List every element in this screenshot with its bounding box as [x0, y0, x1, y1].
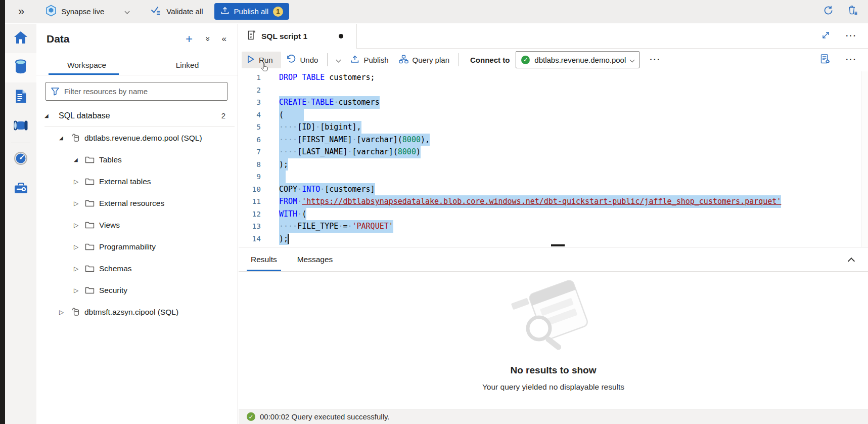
editor-more-actions-button[interactable]: ···: [846, 55, 857, 64]
tab-title: SQL script 1: [261, 32, 307, 41]
sidebar-item-develop[interactable]: [5, 82, 36, 112]
validate-check-icon: [150, 5, 162, 18]
line-number: 13: [239, 220, 271, 233]
tree-item-external-tables[interactable]: ▷External tables: [36, 171, 238, 192]
top-bar: » Synapse live Validate all Publish all …: [5, 0, 868, 23]
publish-button[interactable]: Publish: [345, 52, 393, 68]
collapsed-arrow-icon[interactable]: ▷: [74, 243, 85, 250]
play-icon: [247, 55, 255, 65]
expand-breadcrumb-icon[interactable]: »: [18, 5, 24, 18]
discard-trash-icon[interactable]: [847, 5, 858, 18]
line-number: 7: [239, 146, 271, 158]
add-resource-button[interactable]: +: [186, 34, 193, 44]
line-number: 12: [239, 208, 271, 221]
editor-toolbar: Run Undo Publish Query plan: [239, 49, 868, 71]
code-line: 2: [239, 84, 868, 97]
status-message: 00:00:02 Query executed successfully.: [260, 412, 390, 421]
tree-item-external-resources[interactable]: ▷External resources: [36, 192, 238, 214]
mouse-hand-cursor: [261, 63, 269, 74]
mode-label: Synapse live: [61, 7, 104, 16]
undo-icon: [286, 54, 296, 65]
pool-selector-dropdown[interactable]: ✓ dbtlabs.revenue.demo.pool: [516, 51, 639, 68]
publish-icon: [350, 55, 359, 65]
collapse-results-chevron-up-icon[interactable]: [849, 257, 854, 266]
text-cursor: [288, 234, 289, 244]
expanded-arrow-icon[interactable]: ◢: [74, 157, 85, 162]
collapsed-arrow-icon[interactable]: ▷: [59, 309, 70, 316]
code-line: 11FROM·'https://dbtlabsynapsedatalake.bl…: [239, 195, 868, 208]
line-number: 6: [239, 134, 271, 146]
tab-linked[interactable]: Linked: [137, 53, 238, 75]
folder-icon: [85, 199, 96, 207]
synapse-studio-window: » Synapse live Validate all Publish all …: [0, 0, 868, 424]
develop-document-icon: [15, 89, 27, 106]
tree-item-label: SQL database: [59, 111, 110, 120]
collapsed-arrow-icon[interactable]: ▷: [74, 265, 85, 272]
tree-item-schemas[interactable]: ▷Schemas: [36, 258, 238, 279]
sidebar-item-home[interactable]: [5, 24, 36, 53]
undo-label: Undo: [300, 56, 318, 64]
tree-item-programmability[interactable]: ▷Programmability: [36, 236, 238, 258]
home-icon: [13, 30, 28, 47]
data-panel: Data + « « Workspace Linked ◢SQL databas…: [36, 24, 238, 424]
tree-item-label: External resources: [99, 199, 164, 208]
line-number: 3: [239, 96, 271, 109]
line-number: 4: [239, 109, 271, 121]
collapsed-arrow-icon[interactable]: ▷: [74, 178, 85, 185]
folder-icon: [85, 221, 96, 229]
tree-item-label: Programmability: [99, 242, 156, 251]
sql-code-editor[interactable]: 1DROP TABLE customers;23CREATE·TABLE·cus…: [239, 71, 868, 247]
status-success-check-icon: ✓: [247, 412, 255, 421]
tab-results[interactable]: Results: [247, 247, 281, 271]
tab-messages[interactable]: Messages: [293, 247, 337, 271]
code-line: 7····[LAST_NAME]·[varchar](8000): [239, 146, 868, 158]
tree-item-dbtlabs-revenue-demo-pool-sql[interactable]: ◢dbtlabs.revenue.demo.pool (SQL): [36, 127, 238, 149]
query-status-bar: ✓ 00:00:02 Query executed successfully.: [239, 409, 868, 424]
tab-sql-script-1[interactable]: SQL script 1: [239, 24, 357, 49]
expand-editor-icon[interactable]: [821, 30, 831, 42]
results-panel: Results Messages: [239, 247, 868, 409]
pool-name: dbtlabs.revenue.demo.pool: [534, 56, 626, 64]
sidebar-item-data[interactable]: [5, 53, 36, 82]
tree-item-label: Tables: [99, 155, 122, 164]
query-plan-button[interactable]: Query plan: [394, 52, 454, 68]
refresh-icon[interactable]: [823, 5, 834, 18]
tree-item-label: Views: [99, 221, 120, 230]
sidebar-item-monitor[interactable]: [5, 145, 36, 174]
tree-item-sql-database[interactable]: ◢SQL database2: [36, 105, 238, 126]
expanded-arrow-icon[interactable]: ◢: [44, 113, 56, 118]
activity-sidebar: [5, 24, 36, 424]
view-settings-icon[interactable]: [820, 54, 831, 66]
mode-selector[interactable]: Synapse live: [45, 5, 104, 19]
sidebar-item-integrate[interactable]: [5, 112, 36, 141]
collapsed-arrow-icon[interactable]: ▷: [74, 200, 85, 207]
tab-workspace[interactable]: Workspace: [36, 53, 137, 75]
editor-scrollbar[interactable]: [861, 71, 868, 247]
connect-to-label: Connect to: [470, 56, 510, 64]
code-line: 9: [239, 171, 868, 183]
no-results-illustration: [506, 280, 602, 358]
undo-button[interactable]: Undo: [281, 51, 324, 68]
expanded-arrow-icon[interactable]: ◢: [59, 135, 70, 141]
run-options-chevron[interactable]: [332, 55, 345, 65]
tree-item-tables[interactable]: ◢Tables: [36, 149, 238, 171]
collapsed-arrow-icon[interactable]: ▷: [74, 287, 85, 294]
line-number: 8: [239, 158, 271, 171]
mode-chevron-down-icon[interactable]: [125, 9, 130, 14]
toolbar-more-button[interactable]: ···: [650, 55, 661, 64]
splitter-drag-handle[interactable]: [551, 244, 565, 246]
collapse-all-icon[interactable]: «: [202, 36, 212, 41]
folder-icon: [85, 286, 96, 294]
validate-all-button[interactable]: Validate all: [150, 5, 203, 18]
tree-item-dbtmsft-azsyn-cipool-sql[interactable]: ▷dbtmsft.azsyn.cipool (SQL): [36, 301, 238, 323]
filter-resources-input[interactable]: [45, 82, 227, 101]
query-plan-label: Query plan: [413, 56, 449, 64]
tree-item-security[interactable]: ▷Security: [36, 279, 238, 301]
sidebar-item-manage[interactable]: [5, 174, 36, 203]
collapsed-arrow-icon[interactable]: ▷: [74, 222, 85, 229]
tab-more-actions-button[interactable]: ···: [846, 31, 857, 40]
line-number: 9: [239, 171, 271, 183]
collapse-panel-icon[interactable]: «: [222, 34, 226, 44]
publish-all-button[interactable]: Publish all 1: [214, 3, 289, 20]
tree-item-views[interactable]: ▷Views: [36, 214, 238, 236]
